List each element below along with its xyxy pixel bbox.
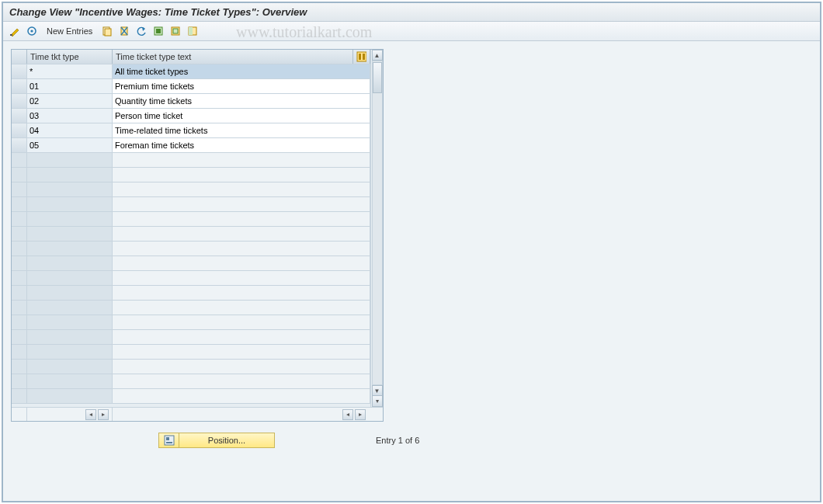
cell-text[interactable]: Foreman time tickets bbox=[113, 138, 370, 152]
scroll-bottom-button[interactable]: ▾ bbox=[372, 396, 383, 407]
cell-text[interactable] bbox=[113, 374, 370, 388]
table-row-empty[interactable] bbox=[12, 315, 370, 330]
table-row[interactable]: 05Foreman time tickets bbox=[12, 138, 370, 153]
cell-text[interactable] bbox=[113, 345, 370, 359]
row-selector[interactable] bbox=[12, 345, 27, 359]
row-selector[interactable] bbox=[12, 227, 27, 241]
row-selector[interactable] bbox=[12, 286, 27, 300]
row-selector[interactable] bbox=[12, 138, 27, 152]
row-selector[interactable] bbox=[12, 330, 27, 344]
cell-type[interactable] bbox=[27, 168, 113, 182]
position-button[interactable]: Position... bbox=[158, 433, 275, 448]
cell-text[interactable] bbox=[113, 271, 370, 285]
table-row[interactable]: *All time ticket types bbox=[12, 64, 370, 79]
cell-type[interactable] bbox=[27, 197, 113, 211]
table-row-empty[interactable] bbox=[12, 286, 370, 301]
cell-type[interactable] bbox=[27, 345, 113, 359]
scroll-track[interactable] bbox=[372, 61, 383, 385]
row-selector[interactable] bbox=[12, 389, 27, 403]
hscroll-left-button-2[interactable]: ◂ bbox=[342, 409, 353, 420]
cell-type[interactable] bbox=[27, 374, 113, 388]
col-header-text[interactable]: Time ticket type text bbox=[113, 50, 353, 64]
table-row-empty[interactable] bbox=[12, 301, 370, 315]
copy-icon[interactable] bbox=[100, 24, 114, 38]
scroll-thumb[interactable] bbox=[373, 62, 382, 93]
table-row-empty[interactable] bbox=[12, 212, 370, 227]
table-row[interactable]: 02Quantity time tickets bbox=[12, 94, 370, 109]
cell-type[interactable]: * bbox=[27, 64, 113, 78]
cell-text[interactable]: Premium time tickets bbox=[113, 79, 370, 93]
cell-type[interactable] bbox=[27, 227, 113, 241]
cell-type[interactable] bbox=[27, 212, 113, 226]
cell-text[interactable] bbox=[113, 212, 370, 226]
table-row[interactable]: 03Person time ticket bbox=[12, 109, 370, 123]
col-header-type[interactable]: Time tkt type bbox=[27, 50, 113, 64]
row-selector[interactable] bbox=[12, 197, 27, 211]
cell-type[interactable] bbox=[27, 182, 113, 196]
cell-type[interactable]: 03 bbox=[27, 109, 113, 123]
cell-text[interactable]: Quantity time tickets bbox=[113, 94, 370, 108]
other-view-icon[interactable] bbox=[25, 24, 39, 38]
cell-text[interactable] bbox=[113, 168, 370, 182]
delete-icon[interactable] bbox=[117, 24, 131, 38]
select-block-icon[interactable] bbox=[168, 24, 182, 38]
row-selector[interactable] bbox=[12, 256, 27, 270]
row-selector[interactable] bbox=[12, 182, 27, 196]
cell-text[interactable] bbox=[113, 227, 370, 241]
table-row-empty[interactable] bbox=[12, 271, 370, 286]
row-selector[interactable] bbox=[12, 271, 27, 285]
scroll-up-button[interactable]: ▲ bbox=[372, 50, 383, 61]
vertical-scrollbar[interactable]: ▲ ▼ ▾ bbox=[370, 50, 383, 407]
cell-text[interactable] bbox=[113, 242, 370, 255]
row-selector[interactable] bbox=[12, 374, 27, 388]
cell-type[interactable]: 01 bbox=[27, 79, 113, 93]
cell-text[interactable] bbox=[113, 153, 370, 167]
cell-type[interactable] bbox=[27, 256, 113, 270]
table-row-empty[interactable] bbox=[12, 389, 370, 404]
table-row-empty[interactable] bbox=[12, 374, 370, 389]
cell-text[interactable] bbox=[113, 256, 370, 270]
cell-type[interactable] bbox=[27, 301, 113, 315]
toggle-display-change-icon[interactable] bbox=[8, 24, 22, 38]
cell-text[interactable] bbox=[113, 360, 370, 374]
cell-type[interactable] bbox=[27, 360, 113, 374]
cell-type[interactable] bbox=[27, 330, 113, 344]
cell-type[interactable]: 04 bbox=[27, 123, 113, 137]
row-selector[interactable] bbox=[12, 109, 27, 123]
table-row-empty[interactable] bbox=[12, 256, 370, 271]
table-row-empty[interactable] bbox=[12, 360, 370, 374]
row-selector[interactable] bbox=[12, 301, 27, 315]
hscroll-right-button[interactable]: ▸ bbox=[98, 409, 109, 420]
cell-type[interactable]: 02 bbox=[27, 94, 113, 108]
deselect-all-icon[interactable] bbox=[186, 24, 200, 38]
scroll-down-button[interactable]: ▼ bbox=[372, 385, 383, 396]
hscroll-right-button-2[interactable]: ▸ bbox=[355, 409, 366, 420]
table-row-empty[interactable] bbox=[12, 168, 370, 182]
cell-type[interactable] bbox=[27, 389, 113, 403]
row-selector[interactable] bbox=[12, 315, 27, 329]
row-selector[interactable] bbox=[12, 94, 27, 108]
cell-text[interactable]: Time-related time tickets bbox=[113, 123, 370, 137]
row-selector[interactable] bbox=[12, 64, 27, 78]
cell-text[interactable] bbox=[113, 182, 370, 196]
table-row-empty[interactable] bbox=[12, 330, 370, 345]
table-row[interactable]: 01Premium time tickets bbox=[12, 79, 370, 94]
cell-text[interactable] bbox=[113, 197, 370, 211]
table-row-empty[interactable] bbox=[12, 182, 370, 197]
select-all-icon[interactable] bbox=[151, 24, 165, 38]
row-selector[interactable] bbox=[12, 153, 27, 167]
cell-type[interactable] bbox=[27, 271, 113, 285]
cell-type[interactable] bbox=[27, 153, 113, 167]
row-selector[interactable] bbox=[12, 168, 27, 182]
cell-text[interactable] bbox=[113, 286, 370, 300]
cell-type[interactable] bbox=[27, 315, 113, 329]
row-selector[interactable] bbox=[12, 123, 27, 137]
hscroll-left-button[interactable]: ◂ bbox=[85, 409, 96, 420]
row-selector[interactable] bbox=[12, 212, 27, 226]
table-row[interactable]: 04Time-related time tickets bbox=[12, 123, 370, 138]
row-selector[interactable] bbox=[12, 79, 27, 93]
table-row-empty[interactable] bbox=[12, 345, 370, 360]
table-row-empty[interactable] bbox=[12, 242, 370, 256]
table-row-empty[interactable] bbox=[12, 153, 370, 168]
cell-text[interactable] bbox=[113, 315, 370, 329]
